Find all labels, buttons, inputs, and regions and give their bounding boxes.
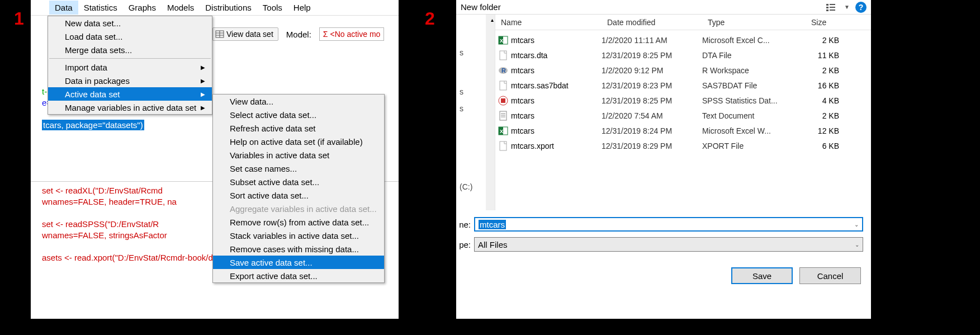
submenu-item[interactable]: Remove row(s) from active data set... [213,215,384,229]
menubar: DataStatisticsGraphsModelsDistributionsT… [31,0,399,16]
file-name: mtcars [511,36,602,45]
file-type: R Workspace [702,66,806,75]
menubar-item-distributions[interactable]: Distributions [200,1,257,15]
submenu-item[interactable]: Set case names... [213,162,384,175]
model-label: Model: [286,30,311,39]
nav-item[interactable]: s [460,48,463,57]
file-date: 12/31/2019 8:25 PM [602,96,702,105]
menubar-item-graphs[interactable]: Graphs [123,1,162,15]
file-row[interactable]: mtcars.sas7bdat12/31/2019 8:23 PMSAS7BDA… [495,78,871,93]
file-type: SAS7BDAT File [702,81,806,90]
model-value-box[interactable]: Σ <No active mo [319,27,385,41]
svg-rect-7 [830,4,835,5]
menu-item[interactable]: New data set... [48,16,212,30]
file-icon [495,96,511,106]
file-name: mtcars [511,111,602,120]
menu-item[interactable]: Manage variables in active data set▶ [48,101,212,114]
submenu-item[interactable]: Subset active data set... [213,175,384,188]
file-name: mtcars.sas7bdat [511,81,602,90]
submenu-item[interactable]: Stack variables in active data set... [213,229,384,242]
file-size: 16 KB [806,81,850,90]
file-row[interactable]: Rmtcars1/2/2020 9:12 PMR Workspace2 KB [495,63,871,78]
submenu-item[interactable]: Remove cases with missing data... [213,242,384,256]
file-size: 2 KB [806,36,850,45]
file-icon [495,81,511,91]
save-button[interactable]: Save [731,267,793,284]
file-row[interactable]: Xmtcars1/2/2020 11:11 AMMicrosoft Excel … [495,32,871,48]
filetype-select[interactable]: All Files ⌄ [474,237,863,252]
submenu-item[interactable]: View data... [213,95,384,108]
table-icon [215,30,224,39]
file-type: Text Document [702,111,806,120]
file-date: 12/31/2019 8:24 PM [602,126,702,135]
col-name[interactable]: Name⌃ [495,18,602,27]
file-icon [495,111,511,121]
svg-rect-19 [500,111,506,120]
nav-item[interactable]: s [460,87,463,96]
view-data-set-button[interactable]: View data set [212,27,278,41]
menu-item[interactable]: Data in packages▶ [48,74,212,87]
file-row[interactable]: mtcars12/31/2019 8:25 PMSPSS Statistics … [495,93,871,108]
dropdown-arrow-icon[interactable]: ▼ [844,4,850,10]
col-date[interactable]: Date modified [602,18,702,27]
file-row[interactable]: mtcars1/2/2020 7:54 AMText Document2 KB [495,108,871,123]
chevron-down-icon[interactable]: ⌄ [855,242,859,248]
file-size: 11 KB [806,51,850,60]
current-folder-label: New folder [461,2,501,12]
col-size[interactable]: Size [806,18,850,27]
submenu-item[interactable]: Save active data set... [213,256,384,269]
file-date: 1/2/2020 7:54 AM [602,111,702,120]
toolbar-fragment: View data set Model: Σ <No active mo [212,25,384,44]
file-type: SPSS Statistics Dat... [702,96,806,105]
menu-item[interactable]: Merge data sets... [48,43,212,56]
file-name: mtcars.xport [511,141,602,150]
step-badge-1: 1 [14,8,24,29]
scroll-up-icon[interactable]: ▴ [491,17,494,23]
file-row[interactable]: mtcars.dta12/31/2019 8:25 PMDTA File11 K… [495,48,871,63]
submenu-arrow-icon: ▶ [201,105,205,111]
menubar-item-statistics[interactable]: Statistics [78,1,123,15]
submenu-item[interactable]: Help on active data set (if available) [213,135,384,148]
svg-rect-16 [500,81,506,90]
menubar-item-data[interactable]: Data [49,1,78,15]
file-icon [495,141,511,151]
nav-item[interactable]: s [460,104,463,113]
chevron-down-icon[interactable]: ⌄ [854,221,859,228]
submenu-item[interactable]: Select active data set... [213,108,384,121]
menu-item[interactable]: Active data set▶ [48,87,212,101]
file-size: 2 KB [806,111,850,120]
file-row[interactable]: Xmtcars12/31/2019 8:24 PMMicrosoft Excel… [495,123,871,138]
submenu-item[interactable]: Variables in active data set [213,148,384,162]
svg-text:R: R [501,67,506,74]
menubar-item-tools[interactable]: Tools [257,1,288,15]
view-data-label: View data set [226,30,273,39]
file-row[interactable]: mtcars.xport12/31/2019 8:29 PMXPORT File… [495,138,871,153]
submenu-item[interactable]: Refresh active data set [213,121,384,135]
menu-separator [49,58,211,59]
save-dialog: New folder ▼ ? ▴ s s s (C:) Name⌃ Date m… [456,0,871,319]
col-type[interactable]: Type [702,18,806,27]
cancel-button[interactable]: Cancel [799,267,861,284]
svg-text:X: X [500,38,503,44]
file-icon: R [495,65,511,76]
svg-rect-18 [501,98,505,103]
file-type: Microsoft Excel C... [702,36,806,45]
file-name: mtcars [511,126,602,135]
menubar-item-help[interactable]: Help [288,1,316,15]
svg-rect-8 [830,7,835,8]
menubar-item-models[interactable]: Models [162,1,200,15]
file-name: mtcars.dta [511,51,602,60]
file-date: 12/31/2019 8:29 PM [602,141,702,150]
view-mode-icon[interactable] [826,3,839,12]
file-name: mtcars [511,96,602,105]
submenu-item[interactable]: Sort active data set... [213,188,384,202]
help-icon[interactable]: ? [855,2,867,13]
file-size: 6 KB [806,141,850,150]
filename-input[interactable]: mtcars ⌄ [474,217,863,232]
nav-item-c-drive[interactable]: (C:) [460,182,472,191]
menu-item[interactable]: Load data set... [48,30,212,43]
sort-indicator-icon: ⌃ [542,15,546,17]
nav-pane[interactable]: ▴ s s s (C:) [456,15,495,210]
menu-item[interactable]: Import data▶ [48,60,212,74]
submenu-item[interactable]: Export active data set... [213,269,384,282]
